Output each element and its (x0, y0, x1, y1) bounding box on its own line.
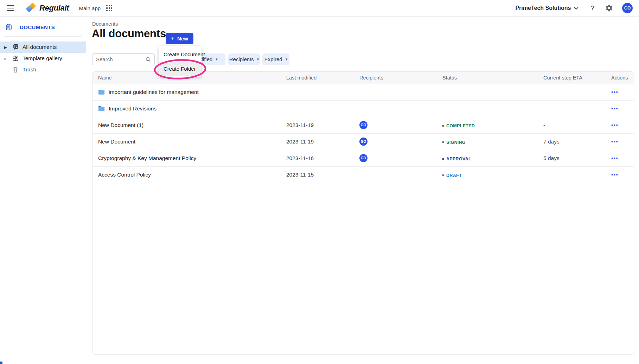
eta-cell: 5 days (538, 150, 606, 166)
eta-cell: 7 days (538, 133, 606, 150)
document-name: Improved Revisions (109, 106, 156, 112)
user-avatar[interactable]: GO (622, 3, 633, 13)
documents-section-icon (5, 24, 12, 31)
folder-icon (98, 106, 105, 111)
row-actions-icon[interactable]: ••• (611, 155, 619, 161)
settings-gear-icon[interactable] (605, 4, 613, 12)
hamburger-menu-icon[interactable] (7, 5, 14, 11)
new-button[interactable]: + New (166, 33, 193, 44)
status-label: SIGNING (446, 140, 466, 145)
row-actions-icon[interactable]: ••• (611, 89, 619, 95)
workspace-label[interactable]: Main app (79, 5, 101, 11)
last-modified-cell: 2023-11-16 (281, 150, 354, 166)
filter-label: Expired (264, 56, 282, 62)
recipient-avatar[interactable]: GO (359, 121, 368, 129)
last-modified-cell: 2023-11-15 (281, 166, 354, 183)
caret-down-icon: ▾ (286, 57, 288, 62)
breadcrumb[interactable]: Documents (92, 21, 118, 27)
eta-cell: - (538, 117, 606, 133)
last-modified-cell: 2023-11-19 (281, 133, 354, 150)
col-current-step-eta[interactable]: Current step ETA (538, 72, 606, 84)
status-badge: COMPLETED (442, 123, 475, 128)
eta-cell (538, 100, 606, 117)
document-name: Access Control Policy (98, 172, 151, 178)
status-label: COMPLETED (446, 123, 475, 128)
status-bullet-icon (442, 141, 444, 143)
row-actions-icon[interactable]: ••• (611, 172, 619, 178)
recipient-avatar[interactable]: GO (359, 154, 368, 162)
sidebar-section-documents[interactable]: DOCUMENTS (0, 17, 86, 36)
status-label: APPROVAL (446, 157, 471, 161)
status-label: DRAFT (446, 173, 462, 178)
sidebar-item-label: Template gallery (23, 55, 62, 62)
new-button-label: New (177, 36, 188, 41)
sidebar-item-label: Trash (23, 66, 36, 73)
org-selector[interactable]: PrimeTech Solutions (515, 5, 579, 11)
document-name: New Document (1) (98, 122, 143, 128)
recipient-avatar[interactable]: GO (359, 138, 368, 146)
row-actions-icon[interactable]: ••• (611, 139, 619, 145)
col-last-modified[interactable]: Last modified (281, 72, 354, 84)
sidebar-item-trash[interactable]: ▶ Trash (0, 64, 86, 75)
table-row[interactable]: important guidelines for management ••• (92, 84, 634, 100)
document-name: Cryptography & Key Management Policy (98, 155, 196, 161)
search-input[interactable] (96, 56, 145, 62)
main-content: Documents All documents + New Last modif… (86, 17, 639, 364)
filter-expired[interactable]: Expired ▾ (262, 53, 289, 65)
sidebar-item-all-documents[interactable]: ▶ All documents (0, 41, 86, 53)
col-status[interactable]: Status (437, 72, 538, 84)
logo-wordmark: Regulait (39, 4, 69, 13)
folder-icon (98, 89, 105, 95)
page-title: All documents (92, 27, 166, 40)
sidebar-item-label: All documents (23, 44, 57, 50)
caret-down-icon: ▾ (257, 57, 259, 62)
status-bullet-icon (442, 125, 444, 127)
chevron-down-icon (574, 7, 579, 10)
apps-grid-icon[interactable] (106, 5, 112, 11)
status-badge: DRAFT (442, 173, 462, 178)
last-modified-cell (281, 84, 354, 100)
sidebar-item-template-gallery[interactable]: ▶ Template gallery (0, 53, 86, 64)
status-badge: APPROVAL (442, 157, 471, 161)
sidebar: DOCUMENTS ▶ All documents ▶ Template gal… (0, 17, 86, 364)
row-actions-icon[interactable]: ••• (611, 122, 619, 128)
template-gallery-icon (12, 55, 19, 62)
eta-cell: - (538, 166, 606, 183)
plus-icon: + (171, 35, 174, 42)
table-row[interactable]: New Document (1) 2023-11-19 GO COMPLETED… (92, 117, 634, 133)
search-icon (145, 57, 151, 62)
sidebar-divider (4, 36, 82, 37)
table-row[interactable]: New Document 2023-11-19 GO SIGNING 7 day… (92, 133, 634, 150)
new-dropdown-menu: Create Document Create Folder (159, 46, 202, 77)
status-bullet-icon (442, 174, 444, 176)
filter-label: Recipients (229, 56, 254, 62)
help-icon[interactable]: ? (590, 4, 595, 12)
document-name: New Document (98, 139, 135, 145)
documents-table: Name Last modified Recipients Status Cur… (92, 71, 634, 355)
table-row[interactable]: Access Control Policy 2023-11-15 DRAFT -… (92, 166, 634, 183)
expand-caret-icon[interactable]: ▶ (4, 57, 8, 60)
trash-icon (12, 66, 19, 73)
col-actions: Actions (606, 72, 634, 84)
last-modified-cell: 2023-11-19 (281, 117, 354, 133)
caret-down-icon: ▾ (216, 57, 218, 62)
last-modified-cell (281, 100, 354, 117)
top-bar: Regulait Main app PrimeTech Solutions ? … (0, 0, 639, 17)
table-row[interactable]: Improved Revisions ••• (92, 100, 634, 117)
row-actions-icon[interactable]: ••• (611, 106, 619, 111)
table-row[interactable]: Cryptography & Key Management Policy 202… (92, 150, 634, 166)
all-documents-icon (12, 44, 19, 51)
eta-cell (538, 84, 606, 100)
expand-caret-icon[interactable]: ▶ (4, 45, 8, 49)
search-box (92, 53, 155, 65)
table-body: important guidelines for management ••• … (92, 84, 634, 183)
org-name: PrimeTech Solutions (515, 5, 571, 11)
menu-item-create-folder[interactable]: Create Folder (159, 62, 202, 76)
status-badge: SIGNING (442, 140, 466, 145)
col-recipients[interactable]: Recipients (354, 72, 437, 84)
menu-item-create-document[interactable]: Create Document (159, 47, 202, 62)
status-bullet-icon (442, 158, 444, 160)
filter-recipients[interactable]: Recipients ▾ (228, 53, 260, 65)
document-name: important guidelines for management (109, 89, 199, 95)
app-logo[interactable]: Regulait (24, 2, 69, 14)
